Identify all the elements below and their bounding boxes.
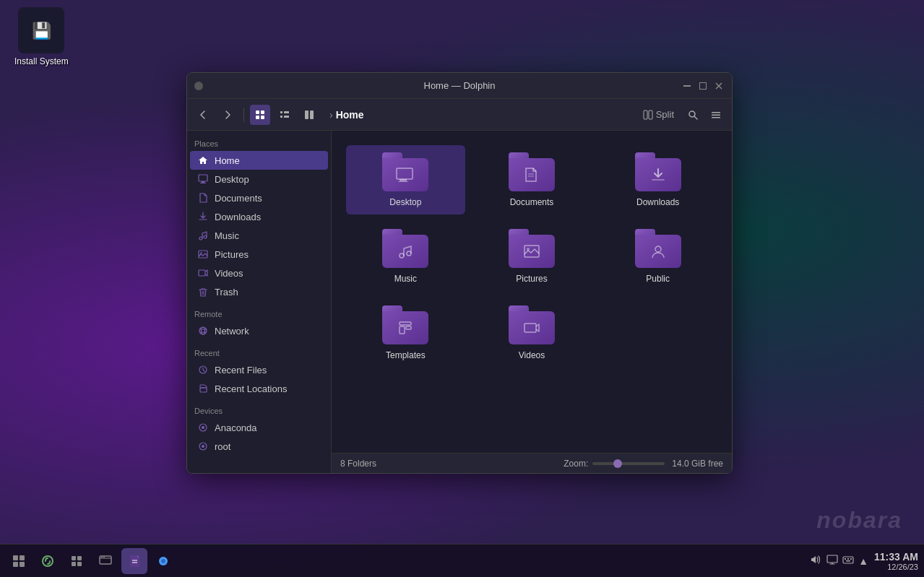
svg-text:💾: 💾 (32, 21, 52, 40)
forward-button[interactable] (217, 105, 238, 125)
icon-grid-button[interactable] (250, 105, 270, 125)
svg-rect-23 (199, 175, 207, 181)
window-title: Home — Dolphin (424, 80, 496, 91)
svg-rect-21 (712, 114, 720, 116)
minimize-button[interactable] (681, 80, 693, 92)
dolphin-window: Home — Dolphin (186, 72, 733, 474)
sidebar-item-recent-locations[interactable]: Recent Locations (190, 379, 328, 398)
svg-point-53 (655, 246, 661, 252)
svg-rect-65 (72, 562, 76, 566)
install-system-icon[interactable]: 💾 Install System (14, 7, 69, 66)
taskbar-btn-4[interactable] (121, 548, 147, 574)
file-item-downloads[interactable]: Downloads (598, 145, 717, 214)
sidebar-music-label: Music (215, 230, 239, 241)
file-item-documents[interactable]: Documents (472, 145, 592, 214)
maximize-button[interactable] (697, 80, 709, 92)
sidebar-item-desktop[interactable]: Desktop (190, 170, 328, 188)
expand-icon[interactable]: ▲ (858, 555, 868, 567)
places-label: Places (187, 131, 331, 151)
desktop-sidebar-icon (197, 173, 209, 185)
taskbar-left (6, 548, 176, 574)
downloads-folder-label: Downloads (636, 197, 679, 207)
svg-line-19 (694, 116, 697, 119)
close-button[interactable] (713, 80, 725, 92)
sidebar-item-downloads[interactable]: Downloads (190, 207, 328, 226)
svg-rect-59 (20, 555, 25, 560)
file-area: Desktop (332, 131, 732, 473)
svg-rect-16 (644, 110, 647, 119)
file-item-videos[interactable]: Videos (472, 298, 592, 368)
screen-icon[interactable] (826, 554, 838, 568)
recent-locations-icon (197, 383, 209, 394)
root-icon (197, 441, 209, 452)
zoom-control: Zoom: (564, 459, 665, 469)
svg-rect-3 (700, 82, 707, 89)
keyboard-icon[interactable] (842, 554, 854, 568)
svg-point-68 (101, 556, 103, 558)
file-item-desktop[interactable]: Desktop (346, 145, 465, 214)
taskbar-btn-1[interactable] (35, 548, 61, 574)
file-item-templates[interactable]: Templates (346, 298, 465, 368)
volume-icon[interactable] (811, 554, 822, 568)
sidebar-item-trash[interactable]: Trash (190, 282, 328, 301)
sidebar-item-anaconda[interactable]: Anaconda (190, 418, 328, 437)
taskbar-clock: 11:33 AM 12/26/23 (874, 551, 918, 571)
music-folder-label: Music (394, 274, 417, 284)
title-bar-left (194, 82, 203, 90)
sidebar-item-documents[interactable]: Documents (190, 188, 328, 207)
menu-button[interactable] (706, 105, 726, 125)
svg-rect-63 (72, 556, 76, 560)
breadcrumb-current[interactable]: Home (336, 109, 364, 121)
file-item-public[interactable]: Public (598, 222, 717, 291)
sidebar-videos-label: Videos (215, 268, 243, 279)
taskbar-btn-5[interactable] (150, 548, 176, 574)
split-panel-toggle[interactable] (299, 105, 319, 125)
recent-files-icon (197, 364, 209, 376)
zoom-slider[interactable] (592, 462, 665, 465)
svg-point-26 (199, 237, 202, 240)
sidebar-item-videos[interactable]: Videos (190, 264, 328, 282)
taskbar-time: 11:33 AM (874, 551, 918, 563)
sidebar-recent-files-label: Recent Files (215, 365, 267, 376)
taskbar-btn-2[interactable] (64, 548, 90, 574)
svg-rect-24 (202, 181, 204, 183)
svg-rect-15 (310, 110, 314, 119)
svg-point-73 (161, 559, 165, 563)
svg-rect-55 (400, 326, 405, 334)
sidebar-item-recent-files[interactable]: Recent Files (190, 360, 328, 379)
folder-count: 8 Folders (340, 459, 376, 469)
sidebar-item-music[interactable]: Music (190, 226, 328, 245)
free-space: 14.0 GiB free (672, 459, 723, 469)
taskbar-date: 12/26/23 (874, 563, 918, 571)
svg-rect-30 (199, 270, 205, 276)
toolbar-sep-1 (243, 108, 244, 122)
svg-rect-11 (284, 111, 289, 113)
sidebar-downloads-label: Downloads (215, 212, 261, 222)
zoom-thumb (613, 459, 622, 468)
svg-point-50 (407, 251, 411, 256)
svg-rect-79 (847, 558, 849, 560)
sidebar-item-root[interactable]: root (190, 437, 328, 456)
svg-rect-12 (280, 116, 282, 118)
taskbar-btn-3[interactable] (92, 548, 118, 574)
back-button[interactable] (193, 105, 213, 125)
svg-rect-2 (683, 85, 691, 87)
list-view-button[interactable] (275, 105, 295, 125)
svg-rect-56 (406, 326, 411, 329)
public-folder-icon (635, 229, 681, 268)
pictures-folder-icon (509, 229, 555, 268)
sidebar-item-pictures[interactable]: Pictures (190, 245, 328, 264)
sidebar-item-home[interactable]: Home (190, 151, 328, 170)
split-button[interactable]: Split (637, 107, 680, 122)
apps-button[interactable] (6, 548, 32, 574)
svg-point-29 (200, 252, 202, 253)
file-item-music[interactable]: Music (346, 222, 465, 291)
breadcrumb-arrow: › (329, 109, 333, 121)
sidebar-root-label: root (215, 441, 230, 452)
sidebar-home-label: Home (215, 155, 240, 166)
search-button[interactable] (683, 105, 703, 125)
sidebar-item-network[interactable]: Network (190, 321, 328, 340)
svg-rect-78 (845, 558, 846, 560)
downloads-folder-icon (635, 152, 681, 191)
file-item-pictures[interactable]: Pictures (472, 222, 592, 291)
